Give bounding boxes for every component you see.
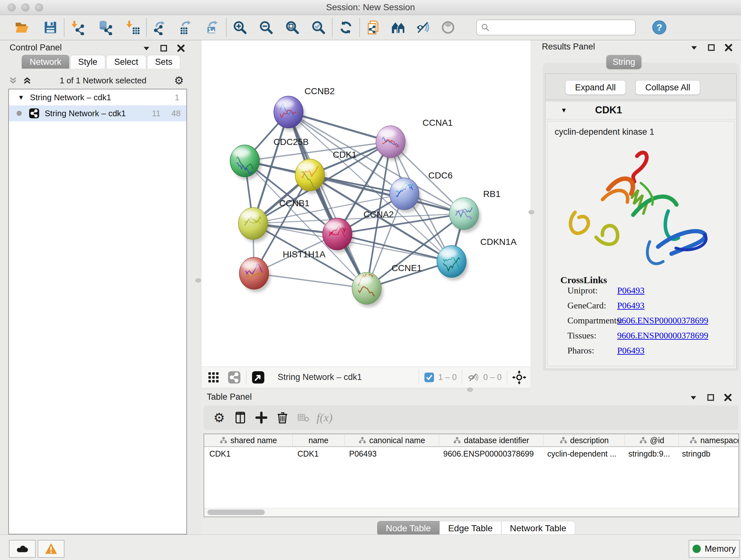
node-hist1h1a[interactable]: HIST1H1A (239, 249, 326, 292)
export-table-button[interactable] (178, 18, 195, 37)
selected-checkbox-icon[interactable] (424, 372, 434, 382)
string-network-icon (29, 108, 40, 119)
tab-select[interactable]: Select (106, 55, 146, 69)
scrollbar-thumb[interactable] (207, 509, 265, 515)
selected-counts: 1 – 0 (438, 372, 457, 382)
hidden-eye-icon[interactable] (467, 371, 479, 383)
function-builder-icon[interactable]: f(x) (314, 409, 335, 427)
network-canvas[interactable]: CCNB2CCNA1CDC25BCDK1CDC6RB1CCNB1CCNA2CDK… (201, 40, 531, 367)
crosslink-link[interactable]: P06493 (617, 300, 645, 311)
show-graphics-details-button[interactable] (439, 18, 457, 37)
edge-ccna2-cdkn1a[interactable] (337, 234, 452, 261)
zoom-out-button[interactable] (257, 18, 275, 37)
collapse-triangle-icon[interactable]: ▼ (18, 94, 24, 101)
zoom-in-button[interactable] (231, 18, 249, 37)
table-cell[interactable]: 9606.ENSP00000378699 (438, 447, 542, 460)
node-rb1[interactable]: RB1 (449, 189, 500, 233)
open-file-button[interactable] (13, 18, 30, 37)
export-network-button[interactable] (151, 18, 169, 37)
table-row[interactable]: CDK1CDK1P064939606.ENSP00000378699cyclin… (204, 447, 738, 460)
float-panel-icon[interactable] (706, 393, 715, 401)
float-panel-icon[interactable] (707, 44, 716, 52)
table-column-header[interactable]: description (543, 434, 625, 446)
edge-hist1h1a-ccne1[interactable] (254, 273, 367, 288)
table-column-header[interactable]: @id (625, 434, 679, 446)
table-cell[interactable]: stringdb:9... (623, 447, 677, 460)
tab-network-table[interactable]: Network Table (501, 521, 575, 535)
tab-node-table[interactable]: Node Table (377, 521, 440, 535)
panel-menu-icon[interactable] (142, 44, 151, 52)
horizontal-splitter-handle[interactable] (467, 388, 473, 392)
table-horizontal-scrollbar[interactable] (204, 508, 738, 516)
network-row[interactable]: String Network – cdk1 11 48 (9, 105, 186, 121)
close-panel-icon[interactable] (724, 44, 733, 52)
cloud-status-button[interactable] (9, 540, 36, 558)
tab-network[interactable]: Network (22, 55, 69, 69)
tab-sets[interactable]: Sets (147, 55, 180, 69)
collapse-all-icon[interactable] (8, 76, 18, 85)
table-column-header[interactable]: database identifier (439, 434, 543, 446)
crosslink-link[interactable]: P06493 (617, 346, 645, 356)
show-columns-icon[interactable] (230, 409, 251, 427)
node-ccna1[interactable]: CCNA1 (376, 118, 453, 161)
collapse-all-button[interactable]: Collapse All (635, 80, 700, 95)
crosslink-link[interactable]: 9606.ENSP00000378699 (617, 330, 708, 341)
close-panel-icon[interactable] (724, 393, 732, 401)
open-in-browser-icon[interactable] (252, 371, 265, 384)
network-options-gear-icon[interactable]: ⚙ (174, 75, 184, 86)
node-table: shared namenamecanonical namedatabase id… (204, 434, 739, 517)
table-cell[interactable]: P06493 (344, 447, 438, 460)
expand-all-icon[interactable] (22, 76, 32, 85)
network-overview-button[interactable] (389, 18, 407, 37)
hide-graphics-details-button[interactable] (414, 18, 432, 37)
table-column-header[interactable]: canonical name (345, 434, 439, 446)
crosslink-label: Compartments: (567, 315, 623, 326)
vertical-splitter-handle[interactable] (195, 278, 201, 283)
search-input[interactable] (493, 21, 635, 34)
vertical-splitter-handle[interactable] (529, 210, 534, 214)
copy-network-button[interactable] (364, 18, 382, 37)
birds-eye-view-icon[interactable] (208, 372, 219, 383)
zoom-selected-button[interactable] (310, 18, 327, 37)
panel-menu-icon[interactable] (690, 44, 698, 52)
network-collection-row[interactable]: ▼ String Network – cdk1 1 (9, 89, 186, 105)
help-button[interactable]: ? (650, 18, 668, 37)
gene-section-header[interactable]: ▼ CDK1 (545, 101, 736, 119)
layout-refresh-button[interactable] (337, 18, 355, 37)
node-ccnb2[interactable]: CCNB2 (274, 86, 335, 131)
string-results-tab[interactable]: String (606, 55, 642, 69)
collapse-triangle-icon[interactable]: ▼ (561, 107, 567, 114)
panel-menu-icon[interactable] (689, 393, 697, 401)
add-column-icon[interactable] (251, 409, 272, 427)
tab-style[interactable]: Style (70, 55, 105, 69)
string-style-icon[interactable] (227, 371, 241, 384)
table-cell[interactable]: cyclin-dependent ... (542, 447, 623, 460)
zoom-fit-button[interactable] (283, 18, 301, 37)
delete-column-trash-icon[interactable] (272, 409, 293, 427)
table-column-header[interactable]: name (293, 434, 345, 446)
table-column-header[interactable]: shared name (204, 434, 293, 446)
table-cell[interactable]: CDK1 (292, 447, 344, 460)
node-ccne1[interactable]: CCNE1 (352, 263, 422, 307)
close-panel-icon[interactable] (177, 44, 185, 52)
import-table-button[interactable] (124, 18, 142, 37)
float-panel-icon[interactable] (159, 44, 168, 52)
crosslink-link[interactable]: 9606.ENSP00000378699 (617, 315, 708, 326)
node-cdkn1a[interactable]: CDKN1A (437, 237, 517, 280)
table-cell[interactable]: stringdb (677, 447, 739, 460)
tab-edge-table[interactable]: Edge Table (440, 521, 501, 535)
pan-crosshair-icon[interactable] (512, 370, 526, 384)
table-settings-gear-icon[interactable]: ⚙ (209, 409, 230, 427)
table-column-header[interactable]: namespace (679, 434, 739, 446)
save-session-button[interactable] (42, 18, 59, 37)
import-database-button[interactable] (96, 18, 114, 37)
import-network-button[interactable] (69, 18, 87, 37)
expand-all-button[interactable]: Expand All (565, 80, 626, 95)
warnings-button[interactable] (38, 540, 64, 558)
table-cell[interactable]: CDK1 (204, 447, 292, 460)
results-panel-title: Results Panel (542, 42, 595, 52)
export-image-button[interactable] (204, 18, 221, 37)
clear-table-icon[interactable] (293, 409, 314, 427)
memory-button[interactable]: Memory (689, 540, 740, 558)
crosslink-link[interactable]: P06493 (617, 286, 645, 296)
